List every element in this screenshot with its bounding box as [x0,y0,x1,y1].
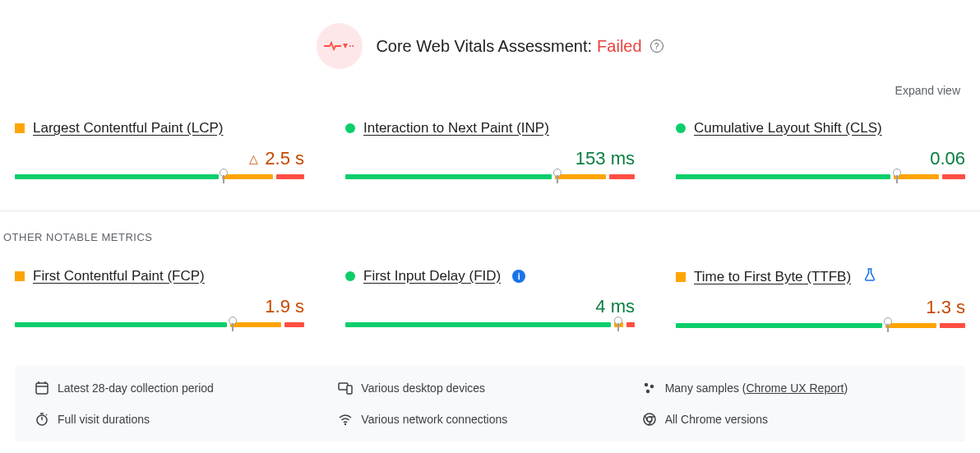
ttfb-bar [676,323,965,328]
bar-marker [223,169,224,185]
svg-point-5 [645,390,649,393]
status-square-icon [676,272,686,282]
help-icon[interactable]: ? [650,39,663,53]
footer-period: Latest 28-day collection period [35,381,338,395]
fid-bar [345,322,635,327]
status-dot-icon [676,123,686,133]
bar-marker [557,169,558,185]
inp-link[interactable]: Interaction to Next Paint (INP) [363,120,549,136]
assessment-title: Core Web Vitals Assessment: Failed ? [376,37,663,56]
status-square-icon [15,271,25,281]
inp-value: 153 ms [576,148,635,169]
expand-view-link[interactable]: Expand view [895,84,960,97]
crux-link[interactable]: Chrome UX Report [746,381,844,395]
chrome-icon [642,412,657,427]
other-metrics-grid: First Contentful Paint (FCP) 1.9 s First… [0,260,980,353]
bar-marker [896,169,898,185]
metric-fcp: First Contentful Paint (FCP) 1.9 s [15,260,304,353]
svg-rect-0 [36,383,48,394]
lcp-value: 2.5 s [265,148,304,169]
status-dot-icon [345,271,355,281]
ttfb-value: 1.3 s [926,297,965,318]
ttfb-link[interactable]: Time to First Byte (TTFB) [694,269,851,285]
other-metrics-label: OTHER NOTABLE METRICS [0,231,980,260]
footer-samples: Many samples (Chrome UX Report) [642,381,945,395]
devices-icon [338,381,353,395]
status-dot-icon [345,123,355,133]
lcp-bar [15,174,304,179]
fcp-link[interactable]: First Contentful Paint (FCP) [33,268,205,284]
lcp-link[interactable]: Largest Contentful Paint (LCP) [33,120,224,136]
metric-cls: Cumulative Layout Shift (CLS) 0.06 [676,112,965,204]
metric-ttfb: Time to First Byte (TTFB) 1.3 s [676,260,965,353]
bar-marker [887,317,889,334]
footer-chrome: All Chrome versions [642,412,945,427]
info-icon[interactable]: i [512,270,525,283]
cls-value: 0.06 [930,148,965,169]
footer-durations: Full visit durations [35,412,338,427]
core-metrics-grid: Largest Contentful Paint (LCP) △ 2.5 s I… [0,112,980,204]
fid-value: 4 ms [595,296,635,317]
status-failed: Failed [597,37,641,56]
svg-point-3 [644,383,647,386]
footer-info: Latest 28-day collection period Various … [15,366,965,441]
assessment-header: Core Web Vitals Assessment: Failed ? [0,0,980,79]
metric-lcp: Largest Contentful Paint (LCP) △ 2.5 s [15,112,304,204]
fcp-value: 1.9 s [265,296,304,317]
title-prefix: Core Web Vitals Assessment: [376,37,592,56]
status-square-icon [15,123,25,133]
stopwatch-icon [35,412,49,427]
scatter-icon [642,381,657,395]
svg-rect-2 [347,386,352,394]
divider [0,210,980,211]
inp-bar [345,174,635,179]
svg-point-7 [344,423,346,425]
metric-fid: First Input Delay (FID) i 4 ms [345,260,635,353]
fcp-bar [15,322,304,327]
calendar-icon [35,381,49,395]
warning-icon: △ [249,152,258,165]
wifi-icon [338,412,353,427]
bar-marker [232,317,233,333]
flask-icon[interactable] [864,268,876,285]
fid-link[interactable]: First Input Delay (FID) [363,268,501,284]
cls-bar [676,174,965,179]
cls-link[interactable]: Cumulative Layout Shift (CLS) [694,120,882,136]
bar-marker [617,317,619,333]
metric-inp: Interaction to Next Paint (INP) 153 ms [345,112,635,204]
footer-devices: Various desktop devices [338,381,641,395]
pulse-icon [317,23,363,69]
expand-view-row: Expand view [0,79,980,112]
svg-point-4 [649,385,653,388]
footer-network: Various network connections [338,412,641,427]
